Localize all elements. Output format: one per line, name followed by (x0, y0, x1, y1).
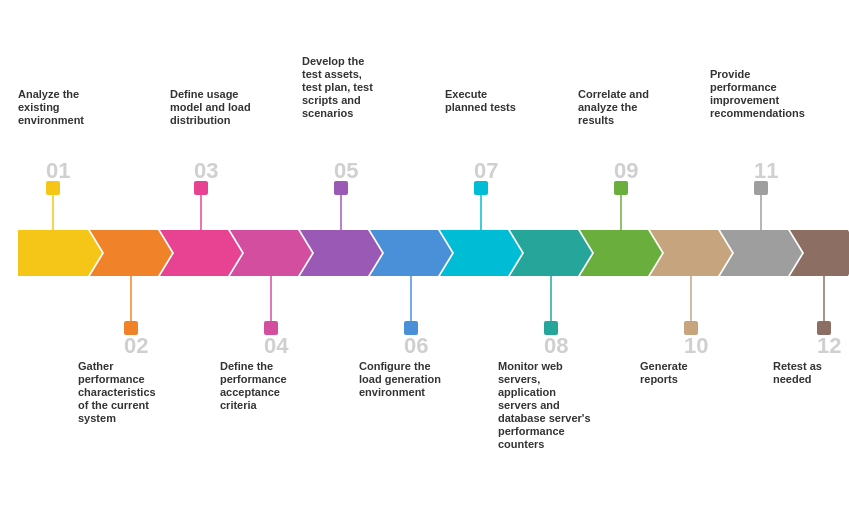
svg-text:improvement: improvement (710, 94, 779, 106)
svg-text:11: 11 (754, 158, 778, 183)
svg-marker-10 (720, 230, 802, 276)
svg-text:Configure the: Configure the (359, 360, 431, 372)
svg-marker-3 (230, 230, 312, 276)
svg-text:Analyze the: Analyze the (18, 88, 79, 100)
svg-rect-17 (334, 181, 348, 195)
svg-text:Define usage: Define usage (170, 88, 238, 100)
svg-text:Develop the: Develop the (302, 55, 364, 67)
svg-text:01: 01 (46, 158, 70, 183)
svg-text:application: application (498, 386, 556, 398)
svg-text:of the current: of the current (78, 399, 149, 411)
svg-text:09: 09 (614, 158, 638, 183)
svg-text:model and load: model and load (170, 101, 251, 113)
svg-text:performance: performance (710, 81, 777, 93)
svg-rect-21 (614, 181, 628, 195)
svg-marker-0 (18, 230, 102, 276)
svg-text:existing: existing (18, 101, 60, 113)
svg-text:scenarios: scenarios (302, 107, 353, 119)
diagram-svg: 01 03 05 07 09 11 02 04 06 08 10 12 Anal… (10, 10, 849, 506)
svg-marker-6 (440, 230, 522, 276)
svg-text:10: 10 (684, 333, 708, 358)
svg-text:04: 04 (264, 333, 289, 358)
svg-text:recommendations: recommendations (710, 107, 805, 119)
svg-text:performance: performance (220, 373, 287, 385)
svg-text:planned tests: planned tests (445, 101, 516, 113)
svg-text:system: system (78, 412, 116, 424)
svg-marker-1 (90, 230, 172, 276)
svg-text:Generate: Generate (640, 360, 688, 372)
svg-text:servers and: servers and (498, 399, 560, 411)
svg-rect-23 (754, 181, 768, 195)
svg-text:02: 02 (124, 333, 148, 358)
svg-marker-2 (160, 230, 242, 276)
svg-text:environment: environment (359, 386, 425, 398)
svg-text:Correlate and: Correlate and (578, 88, 649, 100)
svg-marker-7 (510, 230, 592, 276)
svg-text:08: 08 (544, 333, 568, 358)
svg-text:03: 03 (194, 158, 218, 183)
svg-text:needed: needed (773, 373, 812, 385)
svg-marker-8 (580, 230, 662, 276)
svg-text:Provide: Provide (710, 68, 750, 80)
svg-text:database server's: database server's (498, 412, 591, 424)
svg-text:analyze the: analyze the (578, 101, 637, 113)
svg-text:servers,: servers, (498, 373, 540, 385)
svg-text:Execute: Execute (445, 88, 487, 100)
main-container: 01 03 05 07 09 11 02 04 06 08 10 12 Anal… (0, 0, 849, 506)
svg-marker-9 (650, 230, 732, 276)
svg-rect-15 (194, 181, 208, 195)
svg-text:counters: counters (498, 438, 544, 450)
svg-text:results: results (578, 114, 614, 126)
svg-text:reports: reports (640, 373, 678, 385)
svg-text:environment: environment (18, 114, 84, 126)
svg-text:test assets,: test assets, (302, 68, 362, 80)
svg-text:Retest as: Retest as (773, 360, 822, 372)
svg-text:Monitor web: Monitor web (498, 360, 563, 372)
svg-text:performance: performance (498, 425, 565, 437)
svg-text:scripts and: scripts and (302, 94, 361, 106)
svg-text:characteristics: characteristics (78, 386, 156, 398)
svg-text:load generation: load generation (359, 373, 441, 385)
svg-text:performance: performance (78, 373, 145, 385)
svg-text:distribution: distribution (170, 114, 231, 126)
svg-text:05: 05 (334, 158, 358, 183)
svg-text:07: 07 (474, 158, 498, 183)
svg-text:acceptance: acceptance (220, 386, 280, 398)
svg-marker-5 (370, 230, 452, 276)
svg-rect-13 (46, 181, 60, 195)
svg-text:Define the: Define the (220, 360, 273, 372)
svg-text:06: 06 (404, 333, 428, 358)
svg-marker-4 (300, 230, 382, 276)
svg-text:criteria: criteria (220, 399, 258, 411)
svg-text:Gather: Gather (78, 360, 114, 372)
svg-text:test plan, test: test plan, test (302, 81, 373, 93)
svg-rect-19 (474, 181, 488, 195)
svg-text:12: 12 (817, 333, 841, 358)
